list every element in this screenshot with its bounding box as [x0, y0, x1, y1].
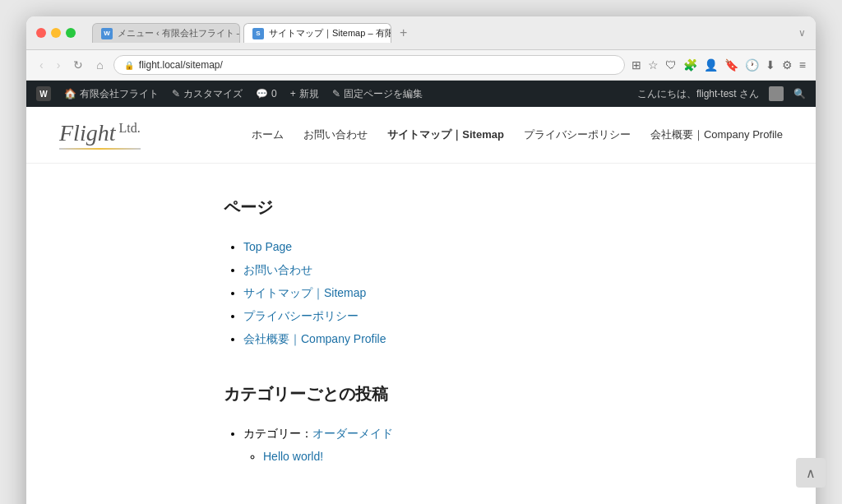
nav-contact[interactable]: お問い合わせ	[303, 127, 368, 142]
tab-expand-button[interactable]: ∨	[798, 27, 806, 39]
tab-menu[interactable]: W メニュー ‹ 有限会社フライト — ＼… ✕	[92, 23, 240, 43]
wp-edit-page-label: 固定ページを編集	[344, 87, 423, 101]
logo-underline	[59, 148, 141, 150]
page-link-contact[interactable]: お問い合わせ	[243, 263, 312, 276]
sub-list: Hello world!	[243, 445, 618, 468]
main-content: ページ Top Page お問い合わせ サイトマップ｜Sitemap プライバシ…	[26, 164, 816, 504]
nav-about[interactable]: 会社概要｜Company Profile	[650, 127, 783, 142]
list-item: Top Page	[243, 235, 618, 258]
tab-menu-label: メニュー ‹ 有限会社フライト — ＼…	[118, 27, 240, 39]
wp-search-icon[interactable]: 🔍	[793, 88, 806, 99]
settings-icon[interactable]: ⚙	[782, 58, 793, 72]
pages-section-title: ページ	[224, 197, 618, 219]
category-prefix: カテゴリー：	[243, 427, 312, 440]
wp-edit-page-icon: ✎	[332, 88, 340, 99]
title-bar: W メニュー ‹ 有限会社フライト — ＼… ✕ S サイトマップ｜Sitema…	[26, 16, 816, 50]
site-navigation: ホーム お問い合わせ サイトマップ｜Sitemap プライバシーポリシー 会社概…	[252, 127, 783, 142]
browser-window: W メニュー ‹ 有限会社フライト — ＼… ✕ S サイトマップ｜Sitema…	[26, 16, 816, 504]
wp-new[interactable]: + 新規	[290, 87, 319, 101]
wp-new-label: 新規	[299, 87, 319, 101]
tab-sitemap[interactable]: S サイトマップ｜Sitemap – 有限… ✕	[243, 23, 391, 43]
page-link-top[interactable]: Top Page	[243, 240, 292, 253]
tab-favicon-sitemap: S	[252, 28, 264, 39]
wp-comments-count: 0	[271, 88, 277, 99]
history-icon[interactable]: 🕐	[745, 58, 759, 72]
wp-logo: W	[36, 86, 51, 101]
tab-favicon-menu: W	[101, 28, 113, 39]
wp-comments-icon: 💬	[256, 88, 268, 99]
minimize-button[interactable]	[51, 28, 61, 38]
wp-new-icon: +	[290, 88, 296, 99]
extensions-icon[interactable]: 🧩	[683, 58, 697, 72]
pages-section: ページ Top Page お問い合わせ サイトマップ｜Sitemap プライバシ…	[224, 197, 618, 350]
nav-sitemap[interactable]: サイトマップ｜Sitemap	[387, 127, 504, 142]
tab-bar: W メニュー ‹ 有限会社フライト — ＼… ✕ S サイトマップ｜Sitema…	[92, 23, 806, 43]
category-list: カテゴリー：オーダーメイド Hello world!	[224, 422, 618, 468]
wp-customize-icon: ✎	[172, 88, 180, 99]
favorites-icon[interactable]: 🔖	[724, 58, 738, 72]
page-link-privacy[interactable]: プライバシーポリシー	[243, 309, 359, 322]
site-header: Flight Ltd. ホーム お問い合わせ サイトマップ｜Sitemap プラ…	[26, 107, 816, 164]
wp-admin-bar: W 🏠 有限会社フライト ✎ カスタマイズ 💬 0 + 新規 ✎ 固定ページを編…	[26, 81, 816, 107]
list-item: プライバシーポリシー	[243, 304, 618, 327]
page-link-about[interactable]: 会社概要｜Company Profile	[243, 332, 386, 345]
reload-button[interactable]: ↻	[70, 57, 86, 73]
new-tab-button[interactable]: +	[395, 25, 412, 40]
logo-ltd: Ltd.	[115, 121, 140, 135]
site-logo: Flight Ltd.	[59, 120, 141, 150]
nav-home[interactable]: ホーム	[252, 127, 284, 142]
category-link-order[interactable]: オーダーメイド	[312, 427, 393, 440]
back-button[interactable]: ‹	[36, 57, 47, 73]
shield-icon[interactable]: 🛡	[665, 58, 677, 72]
list-item: お問い合わせ	[243, 258, 618, 281]
categories-section-title: カテゴリーごとの投稿	[224, 383, 618, 405]
url-text: flight.local/sitemap/	[139, 59, 614, 71]
list-item: カテゴリー：オーダーメイド Hello world!	[243, 422, 618, 468]
nav-privacy[interactable]: プライバシーポリシー	[524, 127, 631, 142]
download-icon[interactable]: ⬇	[766, 58, 775, 72]
wp-edit-page[interactable]: ✎ 固定ページを編集	[332, 87, 423, 101]
toolbar-icons: ⊞ ☆ 🛡 🧩 👤 🔖 🕐 ⬇ ⚙ ≡	[632, 58, 806, 72]
logo-flight: Flight	[59, 120, 115, 146]
post-link-hello[interactable]: Hello world!	[263, 450, 323, 463]
wp-site-icon: 🏠	[64, 88, 76, 99]
wp-customize-label: カスタマイズ	[183, 87, 243, 101]
maximize-button[interactable]	[66, 28, 76, 38]
list-item: サイトマップ｜Sitemap	[243, 281, 618, 304]
wp-bar-right: こんにちは、flight-test さん 🔍	[637, 86, 806, 101]
reader-icon[interactable]: ⊞	[632, 58, 641, 72]
wp-comments[interactable]: 💬 0	[256, 88, 277, 99]
home-button[interactable]: ⌂	[93, 57, 106, 73]
wp-logo-item[interactable]: W	[36, 86, 51, 101]
close-button[interactable]	[36, 28, 46, 38]
categories-section: カテゴリーごとの投稿 カテゴリー：オーダーメイド Hello world!	[224, 383, 618, 468]
wp-greeting: こんにちは、flight-test さん	[637, 87, 759, 101]
list-item: Hello world!	[263, 445, 618, 468]
page-list: Top Page お問い合わせ サイトマップ｜Sitemap プライバシーポリシ…	[224, 235, 618, 350]
wp-user-avatar[interactable]	[769, 86, 784, 101]
traffic-lights	[36, 28, 76, 38]
address-bar: ‹ › ↻ ⌂ 🔒 flight.local/sitemap/ ⊞ ☆ 🛡 🧩 …	[26, 50, 816, 81]
profile-icon[interactable]: 👤	[704, 58, 718, 72]
wp-customize[interactable]: ✎ カスタマイズ	[172, 87, 243, 101]
url-bar[interactable]: 🔒 flight.local/sitemap/	[113, 55, 625, 75]
scroll-to-top-button[interactable]: ∧	[796, 458, 816, 488]
menu-icon[interactable]: ≡	[799, 58, 806, 72]
logo-text: Flight Ltd.	[59, 120, 141, 146]
lock-icon: 🔒	[124, 61, 134, 70]
wp-site-label: 有限会社フライト	[80, 87, 159, 101]
list-item: 会社概要｜Company Profile	[243, 327, 618, 350]
page-link-sitemap[interactable]: サイトマップ｜Sitemap	[243, 286, 366, 299]
bookmark-icon[interactable]: ☆	[648, 58, 659, 72]
wp-site-name[interactable]: 🏠 有限会社フライト	[64, 87, 159, 101]
forward-button[interactable]: ›	[53, 57, 64, 73]
tab-sitemap-label: サイトマップ｜Sitemap – 有限…	[269, 27, 391, 39]
